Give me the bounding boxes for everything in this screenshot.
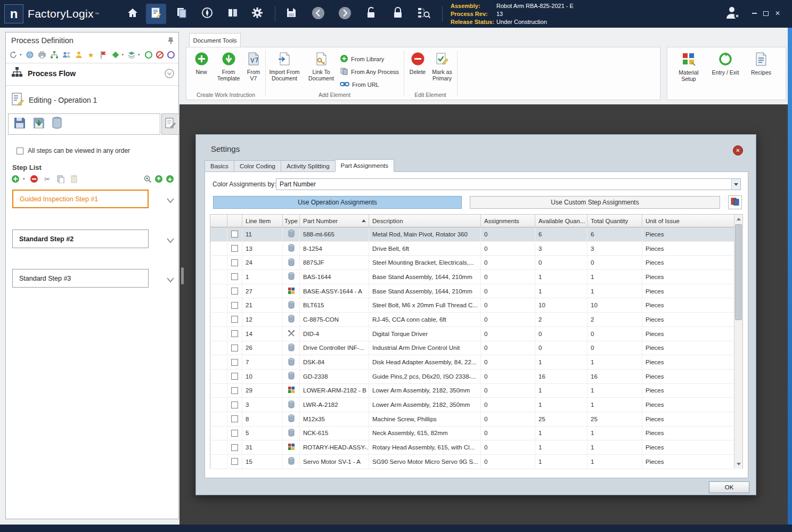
table-row[interactable]: 26Drive Controller INF-...Industrial Arm… bbox=[210, 341, 742, 356]
table-row[interactable]: 21BLT615Steel Bolt, M6 x 20mm Full Threa… bbox=[210, 298, 742, 313]
sync-dropdown-caret[interactable]: ▾ bbox=[20, 53, 22, 57]
header-assignments[interactable]: Assignments bbox=[481, 215, 535, 227]
person-icon[interactable] bbox=[75, 51, 83, 59]
step-card-guided-inspection[interactable]: Guided Inspection Step #1 bbox=[12, 190, 149, 208]
from-template-button[interactable]: From Template bbox=[214, 52, 243, 81]
copy-icon[interactable] bbox=[56, 175, 65, 183]
recipes-button[interactable]: Recipes bbox=[746, 52, 776, 76]
row-checkbox[interactable] bbox=[231, 444, 238, 451]
hierarchy-icon[interactable] bbox=[50, 51, 59, 59]
color-assignments-dropdown[interactable]: Part Number bbox=[276, 178, 741, 190]
row-checkbox[interactable] bbox=[231, 245, 238, 252]
row-checkbox[interactable] bbox=[231, 288, 238, 294]
row-checkbox[interactable] bbox=[231, 330, 238, 337]
flag-icon[interactable] bbox=[99, 51, 108, 59]
table-row[interactable]: 14DID-4Digital Torque Driver000Pieces bbox=[210, 327, 742, 341]
step-card-standard-3[interactable]: Standard Step #3 bbox=[12, 269, 149, 288]
row-checkbox[interactable] bbox=[231, 345, 238, 351]
add-step-icon[interactable] bbox=[11, 175, 20, 183]
table-scrollbar[interactable] bbox=[734, 215, 742, 468]
navigate-button[interactable] bbox=[197, 4, 217, 24]
print-icon[interactable] bbox=[38, 51, 46, 59]
save-document-icon[interactable] bbox=[13, 116, 27, 132]
record-icon[interactable] bbox=[167, 51, 175, 59]
import-from-document-button[interactable]: Import From Document bbox=[267, 52, 301, 81]
link-to-document-button[interactable]: Link To Document bbox=[306, 52, 337, 81]
color-legend-button[interactable] bbox=[728, 195, 742, 209]
badge-icon[interactable]: ★ bbox=[87, 51, 95, 59]
row-checkbox[interactable] bbox=[231, 302, 238, 309]
header-total-quantity[interactable]: Total Quantity bbox=[587, 215, 642, 227]
tab-color-coding[interactable]: Color Coding bbox=[234, 160, 281, 172]
row-checkbox[interactable] bbox=[231, 231, 238, 238]
back-button[interactable] bbox=[308, 4, 328, 24]
stop-icon[interactable] bbox=[156, 51, 164, 59]
table-row[interactable]: 10GD-2338Guide Pins,2 pcs, D6x20, ISO 23… bbox=[210, 370, 742, 384]
from-library-button[interactable]: From Library bbox=[340, 54, 384, 64]
row-checkbox[interactable] bbox=[231, 402, 238, 408]
header-available-quantity[interactable]: Available Quan... bbox=[535, 215, 587, 227]
tab-basics[interactable]: Basics bbox=[205, 160, 234, 172]
header-part-number[interactable]: Part Number bbox=[300, 215, 369, 227]
edit-work-instruction-button[interactable] bbox=[161, 113, 179, 135]
lock-button[interactable] bbox=[388, 4, 408, 24]
table-row[interactable]: 31ROTARY-HEAD-ASSY-...Rotary Head Assemb… bbox=[210, 440, 742, 455]
scrollbar-thumb[interactable] bbox=[735, 224, 742, 320]
pin-icon[interactable] bbox=[167, 37, 174, 46]
from-url-button[interactable]: From URL bbox=[340, 79, 379, 90]
table-row[interactable]: 5NCK-615Neck Assembly, 615, 82mm011Piece… bbox=[210, 427, 742, 441]
process-button[interactable] bbox=[172, 4, 192, 24]
collapse-section-icon[interactable] bbox=[165, 69, 174, 80]
tab-document-tools[interactable]: Document Tools bbox=[189, 33, 241, 47]
unlock-button[interactable] bbox=[361, 4, 381, 24]
row-checkbox[interactable] bbox=[231, 373, 238, 380]
table-row[interactable]: 8M12x35Machine Screw, Phillips02525Piece… bbox=[210, 412, 742, 427]
row-checkbox[interactable] bbox=[231, 259, 238, 266]
header-type[interactable]: Type bbox=[283, 215, 300, 227]
splitter-handle[interactable] bbox=[181, 267, 184, 284]
zoom-steps-icon[interactable] bbox=[143, 175, 152, 183]
table-row[interactable]: 138-1254Drive Belt, 6ft033Pieces bbox=[210, 242, 742, 256]
header-line-item[interactable]: Line Item bbox=[242, 215, 283, 227]
maximize-button[interactable] bbox=[761, 9, 771, 18]
forward-button[interactable] bbox=[334, 4, 355, 24]
from-v7-button[interactable]: From V7 bbox=[244, 52, 263, 81]
step-card-standard-2[interactable]: Standard Step #2 bbox=[12, 230, 149, 248]
move-down-icon[interactable] bbox=[166, 175, 174, 183]
move-up-icon[interactable] bbox=[154, 175, 163, 183]
from-any-process-button[interactable]: From Any Process bbox=[340, 67, 399, 77]
row-checkbox[interactable] bbox=[231, 387, 238, 394]
table-row[interactable]: 12C-8875-CONRJ-45, CCA conn cable, 6ft02… bbox=[210, 313, 742, 327]
table-row[interactable]: 27BASE-ASSY-1644 - ABase Stand Assembly,… bbox=[210, 284, 742, 299]
paste-icon[interactable] bbox=[70, 175, 78, 183]
row-checkbox[interactable] bbox=[231, 458, 238, 465]
start-icon[interactable] bbox=[144, 51, 153, 59]
table-row[interactable]: 24887SJFSteel Mounting Bracket, Electric… bbox=[210, 256, 742, 270]
home-button[interactable] bbox=[123, 4, 143, 24]
scroll-up-icon[interactable] bbox=[734, 215, 742, 223]
user-logout-button[interactable] bbox=[723, 5, 741, 21]
use-custom-step-assignments-button[interactable]: Use Custom Step Assignments bbox=[470, 196, 720, 209]
settings-button[interactable] bbox=[247, 4, 267, 24]
entry-exit-button[interactable]: Entry / Exit bbox=[710, 52, 741, 76]
delete-element-button[interactable]: Delete bbox=[407, 52, 428, 75]
header-checkbox[interactable] bbox=[227, 215, 242, 227]
row-checkbox[interactable] bbox=[231, 430, 238, 437]
table-row[interactable]: 15Servo Motor SV-1 - ASG90 Servo Motor M… bbox=[210, 455, 742, 469]
table-row[interactable]: 3LWR-A-2182Lower Arm Assembly, 2182, 350… bbox=[210, 398, 742, 412]
archive-icon[interactable] bbox=[51, 116, 63, 132]
table-row[interactable]: 7DSK-84Disk Head Adapter Assembly, 84, 2… bbox=[210, 355, 742, 370]
add-step-dropdown-caret[interactable]: ▾ bbox=[23, 177, 25, 181]
assign-icon[interactable] bbox=[111, 51, 120, 59]
mark-as-primary-button[interactable]: Mark as Primary bbox=[429, 52, 455, 81]
close-button[interactable]: ✕ bbox=[773, 9, 782, 18]
sync-icon[interactable] bbox=[9, 51, 18, 59]
process-flow-header[interactable]: Process Flow bbox=[11, 67, 76, 80]
tab-activity-splitting[interactable]: Activity Splitting bbox=[281, 160, 335, 172]
header-unit-of-issue[interactable]: Unit of Issue bbox=[642, 215, 735, 227]
work-instructions-button[interactable] bbox=[146, 4, 166, 24]
material-setup-button[interactable]: Material Setup bbox=[674, 52, 704, 82]
remove-step-icon[interactable] bbox=[30, 175, 38, 183]
dropdown-caret-icon[interactable] bbox=[731, 179, 740, 190]
cut-icon[interactable]: ✂ bbox=[43, 175, 52, 183]
